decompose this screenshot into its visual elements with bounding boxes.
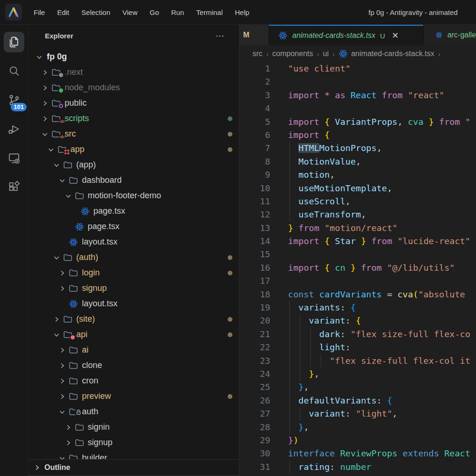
tab-animated-cards-stack[interactable]: animated-cards-stack.tsx U ✕ [269,25,423,45]
window-title: fp 0g - Antigravity - animated [368,0,476,25]
tree-row[interactable]: public [29,95,239,111]
code-line[interactable]: 23 "flex size-full flex-col it [239,354,476,368]
menu-item-view[interactable]: View [116,0,144,24]
code-line[interactable]: 1"use client" [239,62,476,75]
code-line[interactable]: 2 [239,75,476,88]
extensions-icon[interactable] [0,173,28,202]
code-line[interactable]: 22 light: [239,341,476,354]
outline-section[interactable]: Outline [29,459,239,476]
breadcrumb-item-ui[interactable]: ui [323,50,329,58]
tree-row[interactable]: login [29,265,239,281]
remote-explorer-icon[interactable] [0,144,28,173]
more-actions-icon[interactable]: ⋯ [216,30,225,41]
tree-row[interactable]: ai [29,342,239,358]
code-line[interactable]: 25 }, [239,381,476,394]
git-change-dot [228,332,232,337]
code-line[interactable]: 17 [239,274,476,288]
code-line[interactable]: 7 HTMLMotionProps, [239,142,476,155]
tree-row[interactable]: (auth) [29,250,239,265]
indent-guide [289,394,290,407]
search-icon[interactable] [0,57,28,86]
menu-item-selection[interactable]: Selection [75,0,116,24]
tree-row[interactable]: (site) [29,311,239,327]
tree-row[interactable]: page.tsx [29,219,239,234]
code-line[interactable]: 14import { Star } from "lucide-react" [239,235,476,248]
explorer-icon[interactable] [0,28,28,57]
code-line[interactable]: 6import { [239,129,476,142]
tree-row[interactable]: layout.tsx [29,296,239,311]
tree-row[interactable]: signup [29,281,239,296]
code-line[interactable]: 15 [239,248,476,261]
tree-row[interactable]: auth [29,404,239,419]
line-number: 13 [239,222,270,235]
menu-item-help[interactable]: Help [229,0,255,24]
code-line[interactable]: 12 useTransform, [239,208,476,221]
tree-item-label: ai [82,345,88,355]
menu-item-go[interactable]: Go [144,0,165,24]
tree-row[interactable]: clone [29,358,239,373]
tree-row[interactable]: motion-footer-demo [29,188,239,203]
tree-row[interactable]: node_modules [29,80,239,95]
source-control-icon[interactable]: 101 [0,86,28,115]
code-line[interactable]: 31 rating: number [239,461,476,474]
code-line[interactable]: 4 [239,102,476,115]
code-line[interactable]: 8 MotionValue, [239,155,476,168]
git-change-dot [228,116,232,121]
code-line[interactable]: 20 variant: { [239,314,476,327]
tree-row[interactable]: signin [29,419,239,435]
tab-partial-modified[interactable]: M [239,25,269,45]
tree-item-label: app [71,144,85,154]
code-line[interactable]: 5import { VariantProps, cva } from " [239,115,476,129]
code-line[interactable]: 13} from "motion/react" [239,222,476,235]
breadcrumb[interactable]: src›components›ui›animated-cards-stack.t… [239,45,476,62]
breadcrumb-item-components[interactable]: components [272,50,313,58]
code-line-text: light: [288,341,476,354]
activity-bar: 101 [0,25,28,476]
tree-row[interactable]: fp 0g [29,49,239,65]
tree-row[interactable]: </> src [29,126,239,142]
tree-row[interactable]: (app) [29,157,239,173]
code-line[interactable]: 11 useScroll, [239,195,476,208]
tree-row[interactable]: app [29,142,239,157]
tree-row[interactable]: layout.tsx [29,234,239,250]
menu-item-edit[interactable]: Edit [51,0,75,24]
tree-item-label: layout.tsx [82,237,117,247]
breadcrumb-item-src[interactable]: src [252,50,262,58]
code-line[interactable]: 16import { cn } from "@/lib/utils" [239,261,476,274]
tree-row[interactable]: page.tsx [29,203,239,219]
code-line[interactable]: 24 }, [239,368,476,381]
code-line[interactable]: 28 }, [239,421,476,434]
menu-item-terminal[interactable]: Terminal [190,0,229,24]
tree-row[interactable]: preview [29,389,239,404]
code-line[interactable]: 30interface ReviewProps extends React [239,447,476,460]
code-line[interactable]: 26 defaultVariants: { [239,394,476,407]
chevron-right-icon [41,115,49,123]
tab-arc-gallery[interactable]: arc-galle [423,25,476,45]
code-editor[interactable]: 1"use client"23import * as React from "r… [239,62,476,476]
tree-row[interactable]: signup [29,435,239,450]
git-change-dot [228,271,232,275]
tree-item-label: fp 0g [47,52,67,62]
menu-item-file[interactable]: File [28,0,51,24]
code-line-text [288,75,476,88]
code-line[interactable]: 27 variant: "light", [239,407,476,420]
code-line[interactable]: 10 useMotionTemplate, [239,182,476,195]
code-line-text: motion, [288,168,476,181]
tree-row[interactable]: cron [29,373,239,389]
close-icon[interactable]: ✕ [392,30,399,41]
breadcrumb-item-file[interactable]: animated-cards-stack.tsx [339,49,434,58]
code-line[interactable]: 29}) [239,434,476,447]
tree-row[interactable]: builder [29,450,239,459]
app-logo[interactable] [5,4,22,21]
code-line[interactable]: 9 motion, [239,168,476,181]
tree-row[interactable]: api [29,327,239,342]
code-line[interactable]: 18const cardVariants = cva("absolute [239,288,476,301]
menu-item-run[interactable]: Run [165,0,190,24]
code-line[interactable]: 3import * as React from "react" [239,89,476,102]
tree-row[interactable]: </> scripts [29,111,239,126]
tree-row[interactable]: .next [29,65,239,80]
tree-row[interactable]: dashboard [29,173,239,188]
run-debug-icon[interactable] [0,115,28,144]
code-line[interactable]: 21 dark: "flex size-full flex-co [239,328,476,341]
code-line[interactable]: 19 variants: { [239,301,476,314]
